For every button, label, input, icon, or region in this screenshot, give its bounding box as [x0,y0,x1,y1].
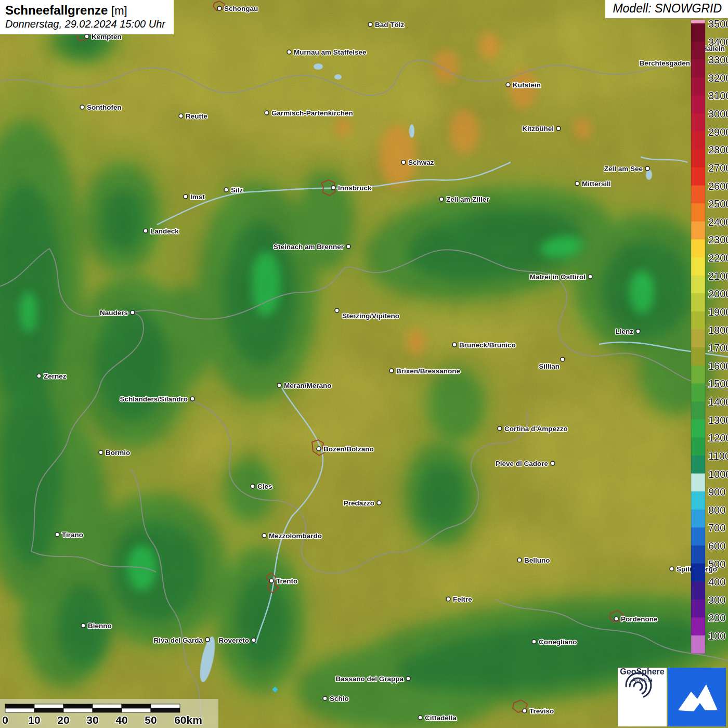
colorbar-tick-label: 1500 [708,378,728,389]
colorbar-cell [691,149,705,167]
colorbar-cell [691,600,705,618]
city-marker [335,308,339,313]
colorbar-tick-label: 3200 [708,72,728,84]
city-label: Sterzing/Vipiteno [342,312,399,320]
colorbar-cell [691,42,705,60]
city-label: Kufstein [513,81,541,89]
city-marker [251,484,255,488]
scalebar-label: 50 [145,714,157,726]
city-label: Cles [257,483,272,490]
colorbar-cell [691,95,705,113]
colorbar-cell [691,527,705,545]
colorbar-tick-label: 2900 [708,126,728,138]
colorbar-tick-label: 1000 [708,469,728,480]
city-marker [346,244,350,249]
partner-logo-icon [668,668,726,726]
city-marker [277,383,281,387]
scalebar-segment [122,704,151,708]
city-label: Mezzolombardo [269,532,322,540]
scalebar-label: 0 [2,714,8,726]
colorbar-cell [691,239,705,257]
distance-scale: 0102030405060km [0,699,218,728]
city-marker [85,34,89,38]
city-label: Zernez [44,372,67,380]
colorbar-tick-label: 700 [708,522,725,534]
colorbar-cell [691,383,705,401]
colorbar-tick-label: 800 [708,504,725,516]
city-label: Cortina d'Ampezzo [504,425,568,433]
city-label: Bad Tölz [375,21,404,29]
city-label: Cittadella [425,714,457,722]
map-datetime: Donnerstag, 29.02.2024 15:00 Uhr [5,18,165,30]
city-marker [287,50,291,54]
map-title-line: Schneefallgrenze [m] [5,3,165,18]
city-label: Predazzo [344,499,374,507]
city-label: Bozen/Bolzano [323,445,374,453]
geosphere-logo: GeoSphere Austria [618,668,667,726]
city-marker [506,83,510,87]
colorbar-tick-label: 1800 [708,324,728,336]
city-label: Tirano [62,531,83,539]
city-label: Kitzbühel [522,125,554,133]
colorbar-tick-label: 3100 [708,90,728,101]
colorbar-cell [691,257,705,276]
city-label: Belluno [524,556,550,564]
city-label: Innsbruck [338,184,372,192]
city-label: Silz [231,186,243,194]
city-marker [406,677,410,681]
scalebar-segment [34,704,63,708]
colorbar-tick-label: 1900 [708,306,728,318]
colorbar-cell [691,293,705,311]
city-marker [670,567,674,571]
city-marker [561,357,565,361]
colorbar-cell [691,330,705,348]
colorbar-cell [691,113,705,132]
map-unit: [m] [111,4,127,17]
colorbar-cell [691,203,705,222]
colorbar-tick-label: 2000 [708,288,728,300]
city-label: Nauders [100,309,128,317]
map-canvas: SchongauBad TölzKemptenMurnau am Staffel… [0,0,728,728]
city-marker [551,461,555,465]
city-label: Conegliano [539,638,577,646]
colorbar-cell [691,420,705,438]
city-label: Pieve di Cadore [496,460,549,467]
colorbar-cell [691,366,705,384]
colorbar-tick-label: 100 [708,630,725,642]
lake [334,74,342,80]
city-label: Schio [330,695,349,703]
scalebar-label: 10 [28,714,40,726]
city-label: Riva del Garda [153,636,203,644]
city-label: Brixen/Bressanone [396,367,461,375]
city-label: Steinach am Brenner [274,243,344,251]
colorbar-tick-label: 2100 [708,270,728,282]
colorbar-cell [691,276,705,294]
city-marker [184,194,188,199]
scalebar-segment [34,708,63,712]
colorbar-tick-label: 1700 [708,342,728,354]
colorbar-tick-label: 1300 [708,414,728,426]
colorbar-tick-label: 2300 [708,234,728,245]
colorbar-cell [691,581,705,600]
colorbar-cell [691,564,705,582]
city-marker [252,638,256,642]
city-label: Bienno [88,622,112,630]
city-marker [418,716,422,720]
colorbar-cell [691,491,705,510]
colorbar-cell [691,186,705,204]
colorbar-cell [691,510,705,528]
colorbar-cell [691,59,705,77]
city-marker [588,275,592,279]
city-marker [439,197,444,201]
snowline-weather-map: SchongauBad TölzKemptenMurnau am Staffel… [0,0,728,728]
city-label: Feltre [453,595,472,603]
city-marker [331,186,335,190]
colorbar-tick-label: 3400 [708,36,728,48]
colorbar-tick-label: 1400 [708,396,728,408]
colorbar-tick-label: 1200 [708,432,728,444]
city-marker [144,229,148,233]
city-marker [55,532,59,537]
city-marker [446,597,450,601]
colorbar-cap [691,20,705,23]
city-marker [131,310,135,315]
